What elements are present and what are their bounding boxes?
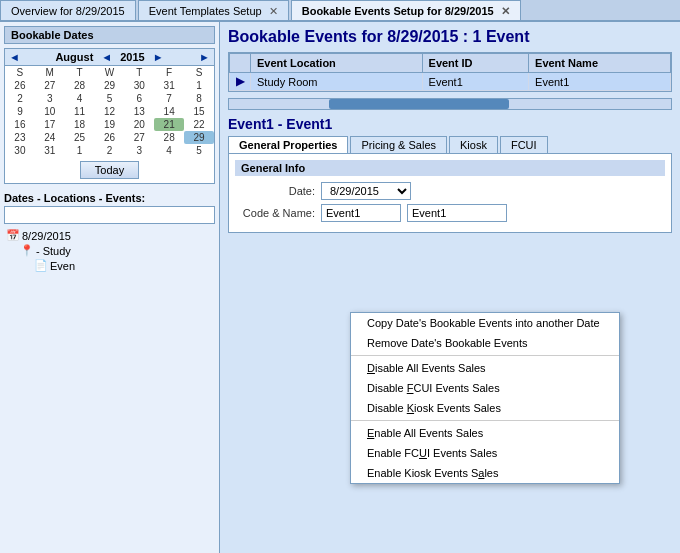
- cal-header: ◄ August ◄ 2015 ► ►: [5, 49, 214, 66]
- cal-cell[interactable]: 16: [5, 118, 35, 131]
- ctx-enable-kiosk[interactable]: Enable Kiosk Events Sales: [351, 463, 619, 483]
- events-table: Event Location Event ID Event Name ▶ Stu…: [229, 53, 671, 91]
- cal-cell[interactable]: 31: [154, 79, 184, 92]
- ctx-disable-all[interactable]: Disable All Events Sales: [351, 358, 619, 378]
- name-input[interactable]: [407, 204, 507, 222]
- next-year-btn[interactable]: ►: [153, 51, 164, 63]
- prev-month-btn[interactable]: ◄: [9, 51, 20, 63]
- cal-cell[interactable]: 10: [35, 105, 65, 118]
- event-name-cell: Event1: [529, 73, 671, 91]
- ctx-remove-date[interactable]: Remove Date's Bookable Events: [351, 333, 619, 353]
- dle-search-input[interactable]: [4, 206, 215, 224]
- main-layout: Bookable Dates ◄ August ◄ 2015 ► ► S M: [0, 22, 680, 553]
- cal-cell[interactable]: 24: [35, 131, 65, 144]
- cal-cell[interactable]: 28: [65, 79, 95, 92]
- cal-day-t2: T: [124, 66, 154, 79]
- cal-cell[interactable]: 6: [124, 92, 154, 105]
- cal-month: August: [55, 51, 93, 63]
- ctx-enable-all[interactable]: Enable All Events Sales: [351, 423, 619, 443]
- cal-cell[interactable]: 8: [184, 92, 214, 105]
- cal-cell[interactable]: 28: [154, 131, 184, 144]
- prev-year-btn[interactable]: ◄: [101, 51, 112, 63]
- cal-cell[interactable]: 22: [184, 118, 214, 131]
- tab-fcui[interactable]: FCUI: [500, 136, 548, 153]
- col-event-location: Event Location: [251, 54, 423, 73]
- cal-year: 2015: [120, 51, 144, 63]
- tree-node-location[interactable]: 📍 - Study: [18, 243, 215, 258]
- cal-cell[interactable]: 26: [95, 131, 125, 144]
- cal-cell[interactable]: 1: [65, 144, 95, 157]
- ctx-disable-kiosk[interactable]: Disable Kiosk Events Sales: [351, 398, 619, 418]
- ctx-separator-2: [351, 420, 619, 421]
- ctx-disable-fcui[interactable]: Disable FCUI Events Sales: [351, 378, 619, 398]
- ctx-separator-1: [351, 355, 619, 356]
- ctx-copy-date[interactable]: Copy Date's Bookable Events into another…: [351, 313, 619, 333]
- context-menu: Copy Date's Bookable Events into another…: [350, 312, 620, 484]
- tab-general-properties[interactable]: General Properties: [228, 136, 348, 153]
- cal-cell[interactable]: 17: [35, 118, 65, 131]
- cal-cell-selected[interactable]: 29: [184, 131, 214, 144]
- horizontal-scrollbar[interactable]: [228, 98, 672, 110]
- cal-cell[interactable]: 2: [95, 144, 125, 157]
- general-info-title: General Info: [235, 160, 665, 176]
- cal-cell[interactable]: 5: [95, 92, 125, 105]
- ctx-enable-fcui[interactable]: Enable FCUI Events Sales: [351, 443, 619, 463]
- cal-cell[interactable]: 30: [124, 79, 154, 92]
- cal-cell[interactable]: 4: [154, 144, 184, 157]
- cal-cell[interactable]: 7: [154, 92, 184, 105]
- tab-pricing-sales[interactable]: Pricing & Sales: [350, 136, 447, 153]
- cal-cell[interactable]: 31: [35, 144, 65, 157]
- cal-day-w: W: [95, 66, 125, 79]
- cal-cell[interactable]: 9: [5, 105, 35, 118]
- code-name-label: Code & Name:: [235, 207, 315, 219]
- date-select[interactable]: 8/29/2015: [321, 182, 411, 200]
- cal-cell-today[interactable]: 21: [154, 118, 184, 131]
- tree-event-label: Even: [50, 260, 75, 272]
- cal-cell[interactable]: 13: [124, 105, 154, 118]
- form-row-date: Date: 8/29/2015: [235, 182, 665, 200]
- cal-cell[interactable]: 27: [124, 131, 154, 144]
- tree-node-event[interactable]: 📄 Even: [32, 258, 215, 273]
- event-location-cell: Study Room: [251, 73, 423, 91]
- scroll-thumb[interactable]: [329, 99, 509, 109]
- events-table-wrap: Event Location Event ID Event Name ▶ Stu…: [228, 52, 672, 92]
- cal-cell[interactable]: 5: [184, 144, 214, 157]
- cal-cell[interactable]: 25: [65, 131, 95, 144]
- cal-cell[interactable]: 14: [154, 105, 184, 118]
- tab-event-templates[interactable]: Event Templates Setup ✕: [138, 0, 289, 20]
- row-arrow-icon: ▶: [230, 73, 251, 91]
- cal-cell[interactable]: 12: [95, 105, 125, 118]
- cal-cell[interactable]: 11: [65, 105, 95, 118]
- cal-cell[interactable]: 1: [184, 79, 214, 92]
- close-bookable-events[interactable]: ✕: [501, 5, 510, 17]
- cal-cell[interactable]: 18: [65, 118, 95, 131]
- col-arrow: [230, 54, 251, 73]
- cal-month-year: August ◄ 2015 ►: [55, 51, 163, 63]
- cal-cell[interactable]: 30: [5, 144, 35, 157]
- col-event-name: Event Name: [529, 54, 671, 73]
- cal-cell[interactable]: 2: [5, 92, 35, 105]
- location-icon: 📍: [20, 244, 34, 257]
- cal-cell[interactable]: 26: [5, 79, 35, 92]
- cal-cell[interactable]: 20: [124, 118, 154, 131]
- cal-cell[interactable]: 29: [95, 79, 125, 92]
- table-row[interactable]: ▶ Study Room Event1 Event1: [230, 73, 671, 91]
- cal-cell[interactable]: 4: [65, 92, 95, 105]
- cal-day-t1: T: [65, 66, 95, 79]
- cal-cell[interactable]: 3: [35, 92, 65, 105]
- tab-bookable-events[interactable]: Bookable Events Setup for 8/29/2015 ✕: [291, 0, 521, 20]
- tab-kiosk[interactable]: Kiosk: [449, 136, 498, 153]
- tree-node-date[interactable]: 📅 8/29/2015: [4, 228, 215, 243]
- cal-cell[interactable]: 23: [5, 131, 35, 144]
- next-month-btn[interactable]: ►: [199, 51, 210, 63]
- cal-cell[interactable]: 3: [124, 144, 154, 157]
- dle-title: Dates - Locations - Events:: [4, 192, 215, 204]
- code-input[interactable]: [321, 204, 401, 222]
- cal-cell[interactable]: 27: [35, 79, 65, 92]
- close-event-templates[interactable]: ✕: [269, 5, 278, 17]
- cal-cell[interactable]: 15: [184, 105, 214, 118]
- tab-overview[interactable]: Overview for 8/29/2015: [0, 0, 136, 20]
- cal-cell[interactable]: 19: [95, 118, 125, 131]
- today-button[interactable]: Today: [80, 161, 139, 179]
- cal-day-s1: S: [5, 66, 35, 79]
